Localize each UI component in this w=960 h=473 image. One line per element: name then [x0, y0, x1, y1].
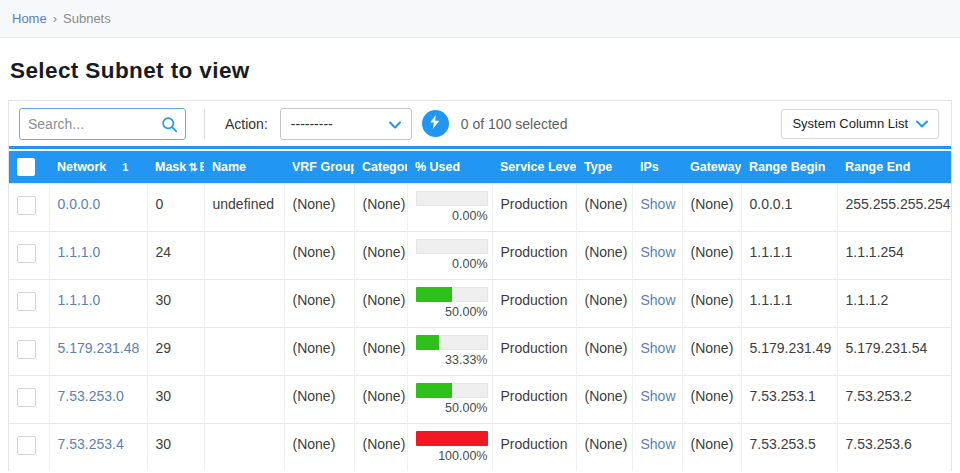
cell-service-level: Production: [492, 327, 576, 375]
row-checkbox[interactable]: [17, 292, 36, 311]
cell-range-begin: 5.179.231.49: [741, 327, 837, 375]
cell-network-link[interactable]: 5.179.231.48: [58, 340, 140, 356]
usage-bar: [416, 383, 488, 398]
table-row: 7.53.253.430(None)(None)100.00%Productio…: [9, 423, 951, 471]
cell-gateway: (None): [682, 183, 741, 231]
cell-type: (None): [576, 423, 632, 471]
cell-ips-link[interactable]: Show: [641, 436, 676, 452]
usage-percent-label: 50.00%: [416, 305, 488, 319]
cell-network-link[interactable]: 1.1.1.0: [58, 292, 101, 308]
usage-bar: [416, 335, 488, 350]
column-list-select[interactable]: System Column List: [781, 109, 939, 139]
column-header-type[interactable]: Type: [576, 151, 632, 183]
row-checkbox[interactable]: [17, 196, 36, 215]
cell-used: 50.00%: [407, 279, 492, 327]
row-checkbox[interactable]: [17, 244, 36, 263]
search-box: [19, 108, 186, 140]
cell-category: (None): [354, 423, 407, 471]
cell-name: [204, 231, 284, 279]
cell-mask-bits: 0: [147, 183, 204, 231]
cell-network-link[interactable]: 0.0.0.0: [58, 196, 101, 212]
cell-ips-link[interactable]: Show: [641, 340, 676, 356]
action-select[interactable]: ---------: [280, 108, 412, 140]
column-header-category[interactable]: Category: [354, 151, 407, 183]
column-header-gateway[interactable]: Gateway: [682, 151, 741, 183]
select-all-checkbox[interactable]: [17, 158, 35, 176]
table-row: 1.1.1.024(None)(None)0.00%Production(Non…: [9, 231, 951, 279]
cell-service-level: Production: [492, 375, 576, 423]
cell-name: [204, 327, 284, 375]
cell-ips: Show: [632, 183, 682, 231]
cell-range-begin: 7.53.253.1: [741, 375, 837, 423]
cell-gateway: (None): [682, 375, 741, 423]
row-checkbox[interactable]: [17, 436, 36, 455]
select-all-header: [9, 151, 49, 183]
cell-type: (None): [576, 375, 632, 423]
cell-range-end: 5.179.231.54: [837, 327, 951, 375]
breadcrumb-separator: ›: [53, 11, 57, 26]
column-header-ips[interactable]: IPs: [632, 151, 682, 183]
apply-action-button[interactable]: [422, 110, 449, 137]
cell-range-begin: 1.1.1.1: [741, 279, 837, 327]
table-row: 5.179.231.4829(None)(None)33.33%Producti…: [9, 327, 951, 375]
column-header-mask-bits[interactable]: Mask⇅Bits: [147, 151, 204, 183]
breadcrumb-home-link[interactable]: Home: [12, 11, 47, 26]
cell-range-end: 1.1.1.2: [837, 279, 951, 327]
cell-ips-link[interactable]: Show: [641, 292, 676, 308]
cell-ips-link[interactable]: Show: [641, 196, 676, 212]
cell-name: [204, 423, 284, 471]
cell-network-link[interactable]: 7.53.253.4: [58, 436, 124, 452]
cell-vrf-group: (None): [284, 375, 354, 423]
usage-percent-label: 33.33%: [416, 353, 488, 367]
column-header-name[interactable]: Name: [204, 151, 284, 183]
column-header-vrf-group[interactable]: VRF Group: [284, 151, 354, 183]
cell-ips-link[interactable]: Show: [641, 388, 676, 404]
cell-ips: Show: [632, 279, 682, 327]
column-header-range-end[interactable]: Range End: [837, 151, 951, 183]
cell-service-level: Production: [492, 423, 576, 471]
cell-mask-bits: 30: [147, 375, 204, 423]
row-checkbox[interactable]: [17, 388, 36, 407]
subnet-panel: Action: --------- 0 of 100 selected Syst…: [8, 100, 952, 471]
search-input[interactable]: [28, 116, 157, 132]
cell-select: [9, 327, 49, 375]
cell-vrf-group: (None): [284, 231, 354, 279]
usage-bar-fill: [416, 287, 452, 302]
cell-category: (None): [354, 375, 407, 423]
column-list-label: System Column List: [792, 116, 908, 131]
cell-gateway: (None): [682, 423, 741, 471]
column-header-service-level[interactable]: Service Level: [492, 151, 576, 183]
cell-ips: Show: [632, 327, 682, 375]
cell-category: (None): [354, 327, 407, 375]
column-header-range-begin[interactable]: Range Begin: [741, 151, 837, 183]
cell-vrf-group: (None): [284, 183, 354, 231]
cell-category: (None): [354, 231, 407, 279]
cell-ips: Show: [632, 423, 682, 471]
subnet-table: Network1Mask⇅BitsNameVRF GroupCategory% …: [9, 151, 951, 471]
cell-name: [204, 279, 284, 327]
cell-network-link[interactable]: 7.53.253.0: [58, 388, 124, 404]
usage-bar-fill: [416, 335, 440, 350]
usage-bar: [416, 239, 488, 254]
row-checkbox[interactable]: [17, 340, 36, 359]
chevron-down-icon: [389, 116, 401, 132]
cell-range-begin: 0.0.0.1: [741, 183, 837, 231]
cell-select: [9, 423, 49, 471]
column-header-used[interactable]: % Used: [407, 151, 492, 183]
cell-used: 100.00%: [407, 423, 492, 471]
cell-ips-link[interactable]: Show: [641, 244, 676, 260]
cell-used: 0.00%: [407, 231, 492, 279]
column-header-network[interactable]: Network1: [49, 151, 147, 183]
search-icon[interactable]: [161, 116, 178, 137]
subnet-list-page: Home › Subnets Select Subnet to view Act…: [0, 0, 960, 471]
cell-network-link[interactable]: 1.1.1.0: [58, 244, 101, 260]
cell-range-end: 1.1.1.254: [837, 231, 951, 279]
breadcrumb: Home › Subnets: [0, 0, 960, 38]
cell-network: 1.1.1.0: [49, 279, 147, 327]
cell-gateway: (None): [682, 231, 741, 279]
cell-mask-bits: 24: [147, 231, 204, 279]
cell-select: [9, 183, 49, 231]
table-row: 1.1.1.030(None)(None)50.00%Production(No…: [9, 279, 951, 327]
cell-service-level: Production: [492, 183, 576, 231]
cell-range-end: 7.53.253.6: [837, 423, 951, 471]
